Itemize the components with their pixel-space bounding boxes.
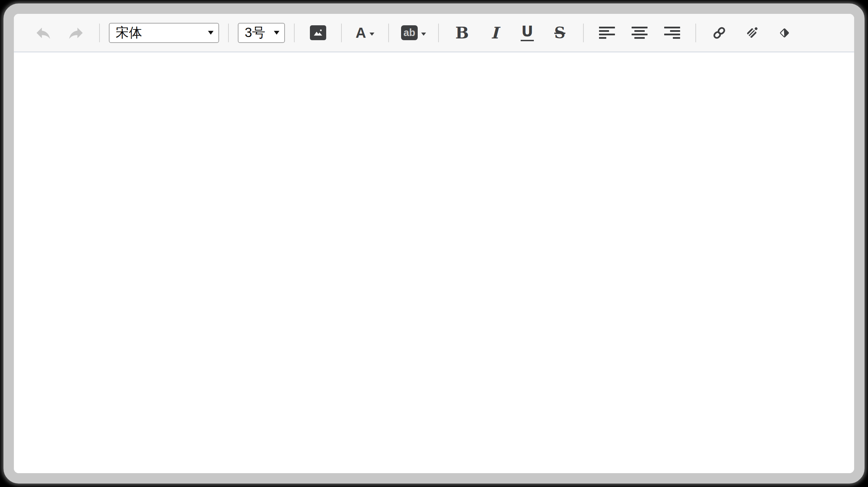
toolbar-separator xyxy=(583,24,584,42)
redo-button[interactable] xyxy=(65,20,87,46)
toolbar-separator xyxy=(228,24,229,42)
align-right-icon xyxy=(664,27,680,39)
eraser-icon xyxy=(776,25,792,41)
link-icon xyxy=(711,25,727,41)
text-color-label: A xyxy=(356,26,366,40)
align-left-button[interactable] xyxy=(596,20,618,46)
toolbar-separator xyxy=(695,24,696,42)
font-family-select[interactable]: 宋体 xyxy=(109,23,219,43)
page-background: { "toolbar": { "undo": {"icon": "undo-ar… xyxy=(0,0,868,487)
font-size-select[interactable]: 3号 xyxy=(238,23,285,43)
strikethrough-button[interactable]: S xyxy=(549,20,571,46)
bold-icon: B xyxy=(455,25,469,41)
paint-brush-icon xyxy=(744,25,760,41)
chevron-down-icon xyxy=(421,33,426,36)
format-brush-button[interactable] xyxy=(741,20,763,46)
chevron-down-icon xyxy=(274,31,279,35)
toolbar-separator xyxy=(341,24,342,42)
font-size-value: 3号 xyxy=(245,24,265,42)
font-family-value: 宋体 xyxy=(116,24,142,42)
highlight-color-label: ab xyxy=(401,25,418,40)
insert-link-button[interactable] xyxy=(708,20,730,46)
toolbar-separator xyxy=(388,24,389,42)
underline-icon: U xyxy=(521,24,534,41)
underline-button[interactable]: U xyxy=(516,20,538,46)
editor-canvas[interactable] xyxy=(14,52,854,473)
strikethrough-icon: S xyxy=(554,25,565,41)
toolbar-separator xyxy=(294,24,295,42)
insert-image-button[interactable] xyxy=(307,20,329,46)
bold-button[interactable]: B xyxy=(451,20,473,46)
clear-format-button[interactable] xyxy=(773,20,796,46)
italic-button[interactable]: I xyxy=(484,20,506,46)
chevron-down-icon xyxy=(370,33,374,36)
chevron-down-icon xyxy=(208,31,214,35)
undo-button[interactable] xyxy=(32,20,54,46)
redo-icon xyxy=(66,24,86,42)
italic-icon: I xyxy=(491,25,498,41)
image-icon xyxy=(310,25,326,40)
undo-icon xyxy=(34,24,53,42)
align-center-icon xyxy=(632,27,648,39)
toolbar-separator xyxy=(99,24,100,42)
align-center-button[interactable] xyxy=(628,20,651,46)
toolbar-separator xyxy=(438,24,439,42)
highlight-color-button[interactable]: ab xyxy=(401,20,426,46)
align-right-button[interactable] xyxy=(661,20,683,46)
text-color-button[interactable]: A xyxy=(354,20,376,46)
align-left-icon xyxy=(599,27,615,39)
rich-text-editor-window: 宋体 3号 A ab xyxy=(3,3,865,484)
editor-toolbar: 宋体 3号 A ab xyxy=(14,14,854,52)
